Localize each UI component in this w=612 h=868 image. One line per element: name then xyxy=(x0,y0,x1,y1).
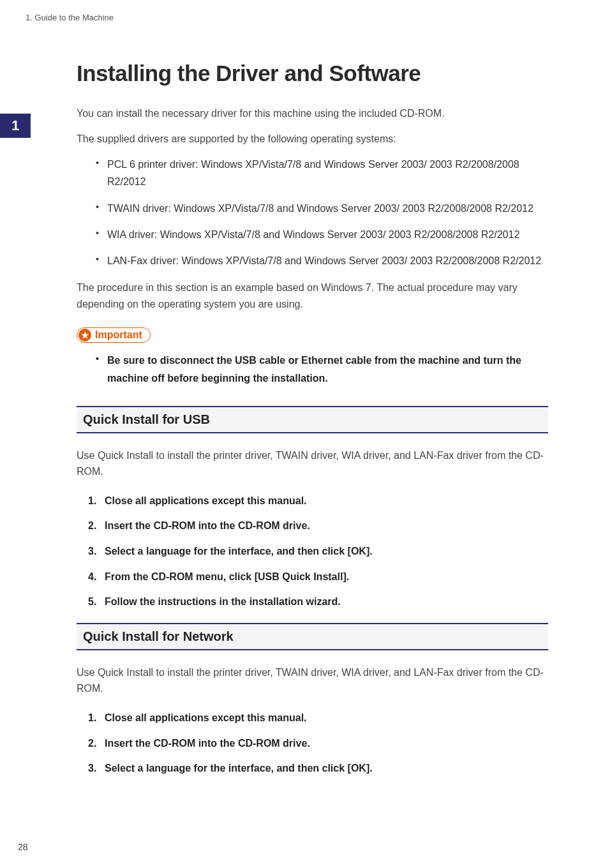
section-paragraph: Use Quick Install to install the printer… xyxy=(77,664,548,697)
step-item: Close all applications except this manua… xyxy=(88,710,548,726)
page-number: 28 xyxy=(18,842,28,852)
page-title: Installing the Driver and Software xyxy=(77,61,548,86)
step-item: Follow the instructions in the installat… xyxy=(88,594,548,610)
intro-paragraph-2: The supplied drivers are supported by th… xyxy=(77,131,548,147)
important-badge: ★ Important xyxy=(77,327,151,343)
network-steps-list: Close all applications except this manua… xyxy=(88,710,548,777)
driver-support-list: PCL 6 printer driver: Windows XP/Vista/7… xyxy=(96,156,548,269)
step-item: Select a language for the interface, and… xyxy=(88,543,548,560)
chapter-tab: 1 xyxy=(0,114,31,138)
step-item: Select a language for the interface, and… xyxy=(88,760,548,777)
list-item: LAN-Fax driver: Windows XP/Vista/7/8 and… xyxy=(96,252,548,269)
important-label: Important xyxy=(95,329,142,341)
list-item: TWAIN driver: Windows XP/Vista/7/8 and W… xyxy=(96,200,548,217)
important-list: Be sure to disconnect the USB cable or E… xyxy=(96,352,548,386)
star-icon: ★ xyxy=(78,329,91,341)
intro-paragraph-3: The procedure in this section is an exam… xyxy=(77,280,548,312)
section-title: Quick Install for USB xyxy=(83,412,542,427)
step-item: From the CD-ROM menu, click [USB Quick I… xyxy=(88,569,548,585)
list-item: WIA driver: Windows XP/Vista/7/8 and Win… xyxy=(96,226,548,243)
section-title: Quick Install for Network xyxy=(83,629,542,644)
chapter-header: 1. Guide to the Machine xyxy=(0,13,574,22)
usb-steps-list: Close all applications except this manua… xyxy=(88,493,548,610)
page-content: Installing the Driver and Software You c… xyxy=(0,61,574,777)
list-item: PCL 6 printer driver: Windows XP/Vista/7… xyxy=(96,156,548,190)
intro-paragraph-1: You can install the necessary driver for… xyxy=(77,105,548,122)
list-item: Be sure to disconnect the USB cable or E… xyxy=(96,352,548,386)
section-heading-usb: Quick Install for USB xyxy=(77,406,548,433)
step-item: Insert the CD-ROM into the CD-ROM drive. xyxy=(88,518,548,534)
step-item: Close all applications except this manua… xyxy=(88,493,548,509)
section-heading-network: Quick Install for Network xyxy=(77,623,548,650)
section-paragraph: Use Quick Install to install the printer… xyxy=(77,447,548,480)
step-item: Insert the CD-ROM into the CD-ROM drive. xyxy=(88,735,548,752)
